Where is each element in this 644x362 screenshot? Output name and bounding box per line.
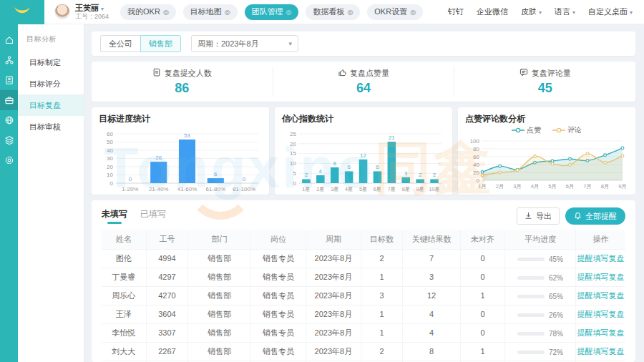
cell-dept: 销售部 [188, 249, 251, 268]
sidebar-org-icon[interactable] [0, 50, 18, 70]
svg-text:7星: 7星 [388, 186, 396, 192]
remind-fill-review-link[interactable]: 提醒填写复盘 [577, 310, 624, 318]
avatar[interactable] [54, 4, 70, 19]
svg-text:3月: 3月 [513, 183, 522, 190]
sidebar-globe-icon[interactable] [0, 110, 18, 130]
sidebar-id-card-icon[interactable] [0, 70, 18, 90]
nav-tab-我的OKR[interactable]: 我的OKR◎ [120, 4, 176, 20]
scope-all-button[interactable]: 全公司 [100, 35, 140, 52]
cell-goals: 1 [361, 268, 403, 286]
svg-text:4: 4 [319, 168, 323, 175]
nav-tab-目标地图[interactable]: 目标地图◎ [183, 4, 238, 20]
period-select[interactable]: 周期：2023年8月 ▾ [191, 35, 298, 52]
sidebar-home-icon[interactable] [0, 30, 18, 50]
topbar-menu: 钉钉企业微信皮肤▾语言▾自定义桌面▾ [448, 6, 633, 17]
tab-filled[interactable]: 已填写 [140, 208, 166, 224]
cell-action: 提醒填写复盘 [575, 268, 625, 286]
cell-krs: 7 [403, 249, 461, 268]
nav-tab-OKR设置[interactable]: OKR设置◎ [367, 4, 423, 20]
target-icon: ◎ [286, 9, 292, 16]
sidebar-layers-icon[interactable] [0, 130, 18, 150]
cell-unaligned: 0 [460, 249, 504, 268]
legend-swatch-icon [512, 127, 525, 134]
topbar-menu-企业微信[interactable]: 企业微信 [477, 6, 508, 17]
cell-period: 2023年8月 [306, 342, 361, 361]
progress-track [517, 332, 545, 336]
svg-text:30: 30 [107, 155, 113, 162]
legend-item-点赞[interactable]: 点赞 [512, 125, 541, 135]
column-header-未对齐: 未对齐 [460, 230, 504, 249]
column-header-关键结果数: 关键结果数 [403, 230, 461, 249]
remind-fill-review-link[interactable]: 提醒填写复盘 [577, 347, 624, 356]
cell-unaligned: 1 [460, 342, 504, 361]
cell-post: 销售专员 [251, 323, 306, 342]
cell-name: 刘大大 [102, 342, 146, 361]
cell-progress: 78% [505, 323, 576, 342]
remind-fill-review-link[interactable]: 提醒填写复盘 [577, 328, 624, 337]
remind-fill-review-link[interactable]: 提醒填写复盘 [577, 273, 624, 281]
cell-id: 3604 [146, 305, 188, 323]
main-content: 全公司 销售部 周期：2023年8月 ▾ 复盘提交人数86复盘点赞量64复盘评论… [84, 24, 644, 362]
topbar-menu-皮肤[interactable]: 皮肤▾ [521, 6, 542, 17]
svg-text:4月: 4月 [531, 183, 540, 190]
svg-text:26: 26 [155, 155, 162, 161]
svg-text:6: 6 [347, 164, 351, 170]
cell-period: 2023年8月 [306, 323, 361, 342]
sidebar-item-目标评分[interactable]: 目标评分 [18, 73, 84, 94]
cell-id: 2267 [146, 342, 188, 361]
topbar-menu-自定义桌面[interactable]: 自定义桌面▾ [588, 6, 633, 17]
svg-text:20: 20 [290, 141, 296, 147]
export-button[interactable]: 导出 [517, 207, 560, 225]
nav-tab-数据看板[interactable]: 数据看板◎ [306, 4, 360, 20]
sidebar-item-目标复盘[interactable]: 目标复盘 [18, 94, 84, 116]
table-row: 丁曼睿4297销售部销售专员2023年8月13062%提醒填写复盘 [102, 268, 625, 286]
page-body: 目标分析 目标制定目标评分目标复盘目标审核 全公司 销售部 周期：2023年8月… [0, 24, 644, 362]
svg-text:4星: 4星 [345, 186, 353, 192]
topbar-menu-语言[interactable]: 语言▾ [555, 6, 575, 17]
sidebar-briefcase-icon[interactable] [0, 90, 18, 110]
scope-dept-button[interactable]: 销售部 [140, 35, 181, 52]
progress-track [517, 351, 545, 354]
svg-text:5: 5 [293, 170, 297, 177]
legend-item-评论[interactable]: 评论 [552, 125, 582, 135]
progress-track [517, 313, 545, 317]
sidebar-item-目标审核[interactable]: 目标审核 [18, 116, 84, 137]
svg-text:5星: 5星 [359, 186, 367, 192]
app-root: 王芙丽▾ 工号：2064 我的OKR◎目标地图◎团队管理◎数据看板◎OKR设置◎… [0, 0, 644, 362]
remind-all-button[interactable]: 全部提醒 [565, 207, 625, 225]
sidebar-gear-icon[interactable] [0, 150, 18, 170]
column-header-目标数: 目标数 [361, 230, 403, 249]
chevron-down-icon: ▾ [630, 9, 633, 16]
cell-period: 2023年8月 [306, 305, 361, 323]
svg-text:6月: 6月 [566, 183, 575, 190]
svg-text:25: 25 [290, 131, 296, 137]
progress-percent: 72% [549, 348, 563, 356]
svg-text:3星: 3星 [331, 186, 338, 192]
column-header-操作: 操作 [575, 230, 625, 249]
chart-title: 点赞评论数分析 [465, 113, 628, 125]
svg-text:9星: 9星 [416, 186, 424, 192]
cell-unaligned: 0 [460, 268, 504, 286]
stat-复盘评论量: 复盘评论量45 [454, 67, 635, 97]
progress-percent: 65% [549, 293, 563, 300]
svg-text:9月: 9月 [618, 183, 627, 190]
remind-fill-review-link[interactable]: 提醒填写复盘 [577, 254, 624, 263]
column-header-部门: 部门 [188, 230, 251, 249]
cell-period: 2023年8月 [306, 249, 361, 268]
cell-name: 李怡悦 [102, 323, 146, 342]
chevron-down-icon: ▾ [101, 6, 104, 12]
review-table-card: 未填写 已填写 导出 全部提醒 [92, 200, 635, 362]
download-icon [525, 212, 532, 221]
stat-复盘提交人数: 复盘提交人数86 [92, 67, 273, 97]
user-profile[interactable]: 王芙丽▾ 工号：2064 [54, 4, 109, 20]
sidebar-item-目标制定[interactable]: 目标制定 [18, 52, 84, 73]
cell-progress: 72% [505, 342, 576, 361]
topbar-menu-钉钉[interactable]: 钉钉 [448, 6, 464, 17]
stat-label: 复盘评论量 [532, 68, 571, 79]
nav-tab-团队管理[interactable]: 团队管理◎ [245, 4, 299, 20]
remind-fill-review-link[interactable]: 提醒填写复盘 [577, 291, 624, 300]
tab-not-filled[interactable]: 未填写 [102, 208, 127, 224]
filter-bar: 全公司 销售部 周期：2023年8月 ▾ [92, 31, 635, 56]
app-logo[interactable] [0, 0, 44, 24]
cell-name: 王泽 [102, 305, 146, 323]
